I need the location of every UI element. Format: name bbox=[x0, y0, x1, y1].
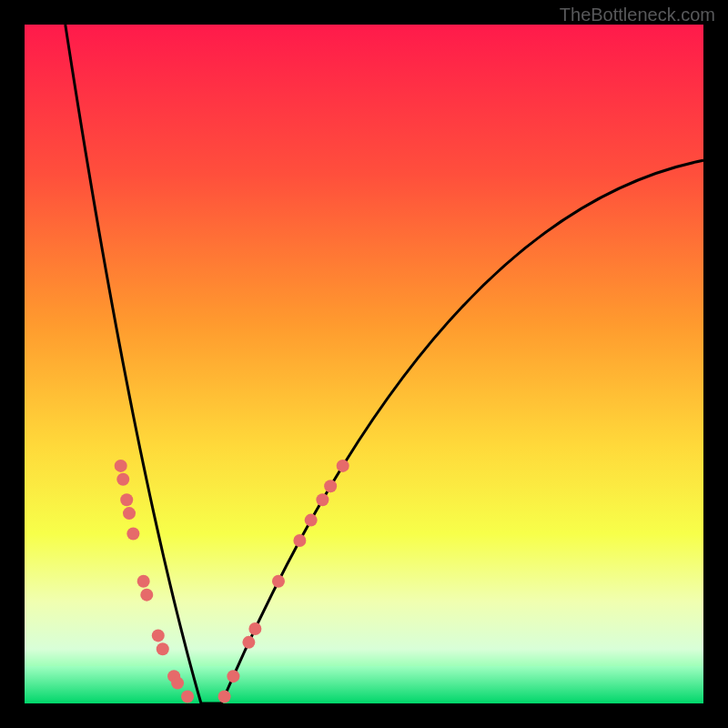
green-band bbox=[25, 666, 703, 703]
chart-container: TheBottleneck.com bbox=[0, 0, 728, 728]
svg-rect-0 bbox=[25, 25, 703, 703]
gradient-bg bbox=[25, 25, 703, 703]
watermark: TheBottleneck.com bbox=[560, 5, 715, 25]
plot-area: TheBottleneck.com bbox=[0, 0, 728, 728]
